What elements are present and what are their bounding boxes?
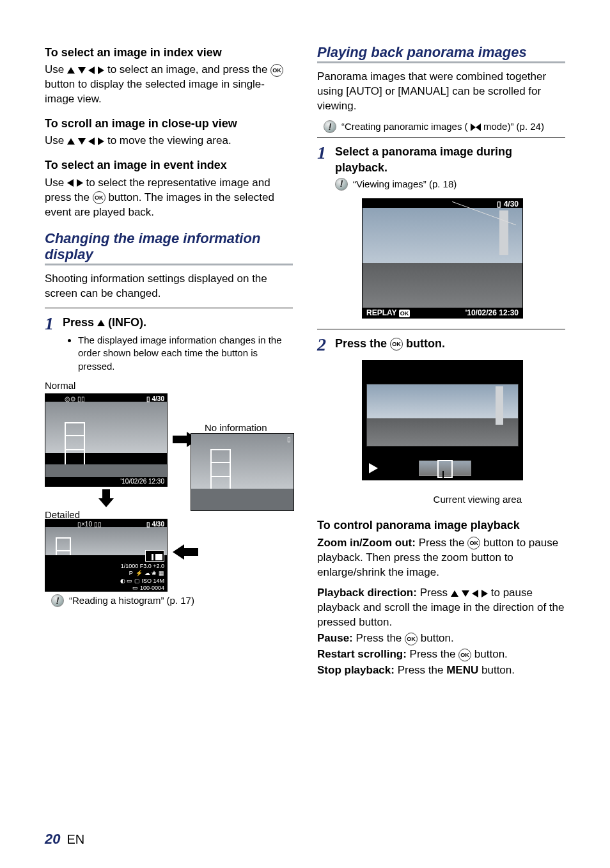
step-text: Press the OK button.: [335, 336, 565, 351]
para-event-index: Use to select the representative image a…: [45, 176, 293, 220]
counter: ▯ 4/30: [146, 395, 164, 404]
heading-index-select: To select an image in index view: [45, 45, 293, 60]
note-text: “Reading a histogram” (p. 17): [69, 594, 194, 607]
play-icon: [369, 463, 378, 473]
txt: Press: [420, 587, 451, 599]
step-number: 1: [45, 315, 58, 377]
caption-current-area: Current viewing area: [317, 493, 522, 506]
screen-panorama-replay: ▯ 4/30 REPLAY OK '10/02/26 12:30: [362, 198, 523, 319]
status-icons: ◎⊙ ▯▯: [65, 395, 85, 404]
screen-panorama-scroll: [362, 360, 523, 480]
svg-marker-1: [98, 489, 114, 507]
label: Zoom in/Zoom out:: [317, 537, 416, 549]
page-footer: 20 EN: [45, 830, 84, 849]
step-body: Press (INFO). The displayed image inform…: [63, 315, 293, 377]
txt: 100-0004: [140, 585, 164, 591]
txt: Use: [45, 63, 67, 75]
exposure-line: 1/1000 F3.0 +2.0: [106, 563, 164, 570]
info-icon: !: [51, 594, 64, 607]
txt: Use: [45, 177, 67, 189]
txt: button.: [406, 337, 445, 350]
txt: Press the: [410, 648, 459, 660]
page-number: 20: [45, 830, 60, 849]
note-creating-panorama: ! “Creating panoramic images ( mode)” (p…: [324, 120, 565, 133]
txt: 4/30: [152, 521, 164, 528]
para-restart: Restart scrolling: Press the OK button.: [317, 647, 565, 662]
up-icon: [97, 320, 105, 326]
display-cycle-diagram: ▯ 4/30 ◎⊙ ▯▯ '10/02/26 12:30 No informat…: [45, 393, 293, 592]
para-scroll-closeup: Use to move the viewing area.: [45, 134, 293, 148]
right-icon: [481, 590, 488, 597]
up-icon: [67, 67, 75, 74]
label: Pause:: [317, 632, 353, 644]
label: Restart scrolling:: [317, 648, 407, 660]
left-icon: [472, 590, 478, 597]
right-column: Playing back panorama images Panorama im…: [317, 45, 565, 678]
section-panorama: Playing back panorama images: [317, 45, 565, 63]
svg-marker-2: [173, 544, 198, 560]
counter: ▯ 4/30: [497, 199, 519, 209]
info-icon: !: [324, 120, 336, 133]
para-stop: Stop playback: Press the MENU button.: [317, 663, 565, 678]
right-icon: [98, 67, 104, 74]
replay-label: REPLAY OK: [366, 308, 410, 318]
status-top: ▯×10 ▯▯: [77, 520, 102, 529]
date: '10/02/26 12:30: [120, 477, 164, 486]
screen-no-info: ▯: [191, 433, 294, 511]
step-text: Press (INFO).: [63, 315, 293, 330]
menu-button-label: MENU: [446, 664, 478, 676]
panorama-mode-icon: [471, 123, 481, 131]
txt: button.: [474, 648, 508, 660]
step-number: 2: [317, 336, 330, 354]
step-body: Press the OK button.: [335, 336, 565, 354]
down-icon: [78, 67, 86, 74]
down-icon: [78, 138, 86, 145]
note-histogram: ! “Reading a histogram” (p. 17): [51, 594, 293, 607]
down-icon: [462, 590, 469, 597]
card-icon: ▯: [287, 435, 291, 444]
screen-normal: ▯ 4/30 ◎⊙ ▯▯ '10/02/26 12:30: [45, 393, 168, 487]
ok-icon: OK: [93, 191, 106, 204]
histogram-icon: [145, 550, 164, 562]
para-zoom: Zoom in/Zoom out: Press the OK button to…: [317, 536, 565, 580]
date: '10/02/26 12:30: [465, 308, 519, 318]
svg-marker-4: [476, 123, 481, 131]
txt: Press the: [398, 664, 447, 676]
txt: (INFO).: [108, 316, 146, 329]
arrow-down-icon: [98, 489, 114, 507]
txt: REPLAY: [366, 308, 396, 317]
txt: 4/30: [504, 200, 519, 209]
txt: Press the: [356, 632, 405, 644]
left-icon: [88, 67, 95, 74]
step-body: Select a panorama image during playback.…: [335, 144, 565, 192]
txt: button to display the selected image in …: [45, 78, 265, 105]
ok-icon: OK: [270, 64, 283, 77]
note-text: “Viewing images” (p. 18): [353, 178, 457, 191]
txt: to select an image, and press the: [107, 63, 270, 75]
txt: Press the: [419, 537, 468, 549]
right-icon: [77, 179, 83, 187]
txt: ×10: [81, 521, 92, 528]
note-viewing: ! “Viewing images” (p. 18): [335, 178, 565, 191]
txt: Press the: [335, 337, 390, 350]
svg-marker-3: [471, 123, 476, 131]
txt: “Creating panoramic images (: [341, 121, 468, 132]
left-icon: [88, 138, 95, 145]
step-bullets: The displayed image information changes …: [69, 334, 293, 373]
rule: [317, 329, 565, 329]
up-icon: [451, 590, 458, 597]
screen-detailed: ▯×10 ▯▯ ▯ 4/30 1/1000 F3.0 +2.0 P ⚡ ☁ ❀ …: [45, 519, 168, 592]
right-icon: [98, 138, 104, 145]
pointer-icon: [442, 471, 444, 480]
heading-control-panorama: To control panorama image playback: [317, 517, 565, 533]
ok-icon: OK: [467, 537, 480, 549]
note-text: “Creating panoramic images ( mode)” (p. …: [341, 120, 544, 133]
ok-icon: OK: [458, 649, 471, 661]
para-direction: Playback direction: Press to pause playb…: [317, 586, 565, 630]
counter: ▯ 4/30: [146, 520, 164, 529]
language-code: EN: [66, 831, 84, 848]
mode-line: P ⚡ ☁ ❀ ▦: [106, 570, 164, 577]
txt: Use: [45, 134, 67, 146]
rule: [45, 308, 293, 308]
step-2-right: 2 Press the OK button.: [317, 336, 565, 354]
